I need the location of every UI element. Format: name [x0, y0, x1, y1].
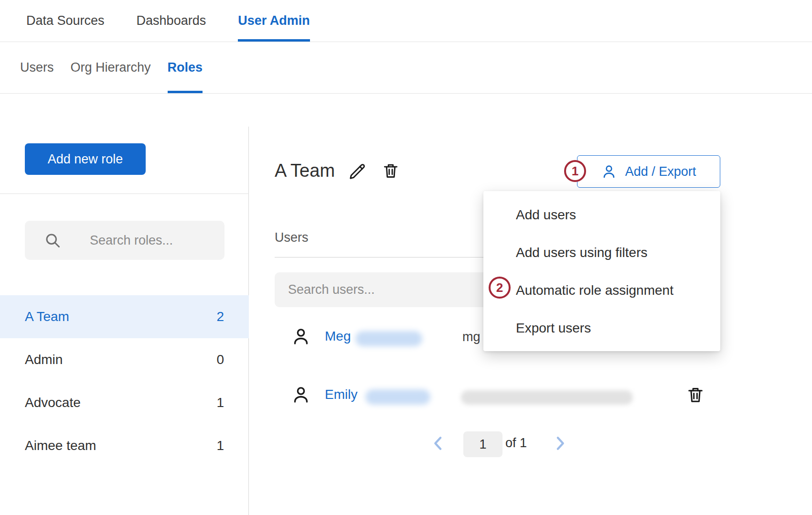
role-name: Aimee team	[25, 438, 96, 453]
role-count: 1	[216, 438, 224, 453]
menu-item-automatic-role-assignment[interactable]: Automatic role assignment	[483, 271, 720, 309]
page-of-label: of 1	[505, 436, 527, 451]
menu-item-export-users[interactable]: Export users	[483, 309, 720, 347]
role-count: 0	[216, 352, 224, 367]
trash-icon	[686, 385, 705, 404]
menu-item-add-users-using-filters[interactable]: Add users using filters	[483, 234, 720, 271]
redacted-lastname-blob	[355, 331, 422, 346]
previous-page-button[interactable]	[429, 434, 448, 453]
annotation-step-1: 1	[564, 160, 586, 182]
role-row-admin[interactable]: Admin 0	[0, 338, 249, 381]
role-row-advocate[interactable]: Advocate 1	[0, 381, 249, 424]
role-count: 1	[216, 395, 224, 410]
role-name: Admin	[25, 352, 63, 367]
role-search-box	[25, 221, 224, 260]
user-email-fragment: mg	[462, 330, 481, 344]
user-avatar-icon	[291, 327, 310, 346]
subtab-users[interactable]: Users	[20, 42, 54, 93]
users-heading: Users	[275, 230, 309, 245]
user-avatar-icon	[291, 385, 310, 404]
user-admin-app: Data Sources Dashboards User Admin Users…	[0, 0, 812, 515]
tab-dashboards[interactable]: Dashboards	[137, 0, 206, 42]
page-number-box[interactable]: 1	[463, 431, 502, 457]
redacted-email-blob	[461, 390, 633, 405]
delete-user-button[interactable]	[686, 385, 705, 404]
add-new-role-button[interactable]: Add new role	[25, 143, 146, 175]
subtab-org-hierarchy[interactable]: Org Hierarchy	[71, 42, 151, 93]
annotation-step-2: 2	[489, 277, 511, 299]
menu-item-add-users[interactable]: Add users	[483, 196, 720, 234]
role-row-a-team[interactable]: A Team 2	[0, 295, 249, 338]
add-export-button[interactable]: Add / Export	[577, 155, 720, 188]
role-name: Advocate	[25, 395, 81, 410]
add-export-label: Add / Export	[625, 164, 696, 179]
content-area: Add new role A Team 2 Admin 0 Advocate 1	[0, 94, 812, 515]
add-export-dropdown-menu: Add users Add users using filters Automa…	[483, 191, 720, 351]
user-link-meg[interactable]: Meg	[325, 329, 351, 344]
chevron-right-icon	[550, 434, 569, 453]
role-count: 2	[216, 309, 224, 324]
role-list: A Team 2 Admin 0 Advocate 1 Aimee team 1	[0, 295, 249, 467]
sub-nav: Users Org Hierarchy Roles	[0, 42, 812, 94]
role-name: A Team	[25, 309, 69, 324]
page-number: 1	[479, 437, 486, 452]
subtab-roles[interactable]: Roles	[168, 42, 203, 93]
chevron-left-icon	[429, 434, 448, 453]
edit-role-button[interactable]	[348, 162, 366, 181]
pencil-icon	[348, 162, 366, 181]
delete-role-button[interactable]	[382, 161, 400, 180]
person-icon	[601, 164, 617, 179]
next-page-button[interactable]	[550, 434, 569, 453]
page-title: A Team	[275, 161, 335, 181]
tab-user-admin[interactable]: User Admin	[238, 0, 310, 42]
trash-icon	[382, 161, 400, 180]
user-link-emily[interactable]: Emily	[325, 387, 357, 402]
role-row-aimee-team[interactable]: Aimee team 1	[0, 424, 249, 467]
tab-data-sources[interactable]: Data Sources	[26, 0, 105, 42]
search-icon	[44, 232, 61, 249]
sidebar-divider	[0, 193, 249, 194]
redacted-lastname-blob	[365, 389, 430, 405]
top-nav: Data Sources Dashboards User Admin	[0, 0, 812, 42]
